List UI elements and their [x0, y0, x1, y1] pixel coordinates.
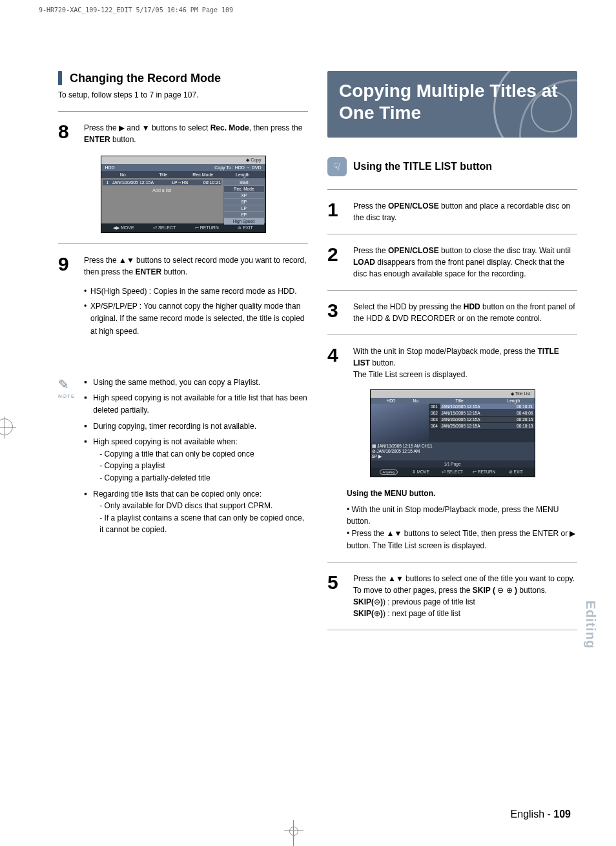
- menu-button-section: Using the MENU button. • With the unit i…: [347, 488, 577, 552]
- step-number-1: 1: [327, 200, 345, 223]
- osd-title: ◆ Copy: [101, 156, 265, 164]
- step-2-text: Press the OPEN/CLOSE button to close the…: [353, 245, 577, 280]
- divider: [58, 243, 308, 244]
- step-number-5: 5: [327, 573, 345, 619]
- step-1-text: Press the OPEN/CLOSE button and place a …: [353, 200, 577, 223]
- step-5-text: Press the ▲▼ buttons to select one of th…: [353, 573, 575, 619]
- left-column: Changing the Record Mode To setup, follo…: [58, 71, 308, 641]
- step-number-8: 8: [58, 122, 76, 145]
- divider: [327, 189, 577, 190]
- step-number-9: 9: [58, 254, 76, 278]
- note-label: NOTE: [58, 393, 75, 399]
- step-9-text: Press the ▲▼ buttons to select record mo…: [84, 254, 308, 278]
- step-4-text: With the unit in Stop mode/Playback mode…: [353, 346, 577, 380]
- right-column: Copying Multiple Titles at One Time ☟ Us…: [327, 71, 577, 641]
- step-number-2: 2: [327, 245, 345, 280]
- intro-text: To setup, follow steps 1 to 7 in page 10…: [58, 90, 308, 99]
- feature-title-box: Copying Multiple Titles at One Time: [327, 71, 577, 138]
- step9-bullets: HS(High Speed) : Copies in the same reco…: [84, 285, 308, 338]
- note-icon-col: ✎ NOTE: [58, 377, 75, 540]
- heading-accent: [58, 71, 62, 85]
- step-3-text: Select the HDD by pressing the HDD butto…: [353, 301, 577, 324]
- hand-icon: ☟: [327, 157, 347, 176]
- osd-copy-screen: ◆ Copy HDDCopy To : HDD → DVD No.TitleRe…: [101, 156, 266, 233]
- note-list: Using the same method, you can copy a Pl…: [84, 377, 308, 540]
- step-8-text: Press the ▶ and ▼ buttons to select Rec.…: [84, 122, 308, 145]
- preview-thumbnail: [371, 404, 429, 442]
- step-number-3: 3: [327, 301, 345, 324]
- osd-title-list-screen: ◆ Title List HDDNo.TitleLength 001JAN/10…: [370, 389, 535, 477]
- heading-change-record-mode: Changing the Record Mode: [70, 72, 221, 85]
- side-tab-editing: Editing: [583, 601, 598, 649]
- note-icon: ✎: [58, 377, 75, 392]
- step-number-4: 4: [327, 346, 345, 380]
- subheading-title-list: Using the TITLE LIST button: [353, 161, 492, 172]
- divider: [58, 111, 308, 112]
- page-footer: English - 109: [511, 809, 571, 820]
